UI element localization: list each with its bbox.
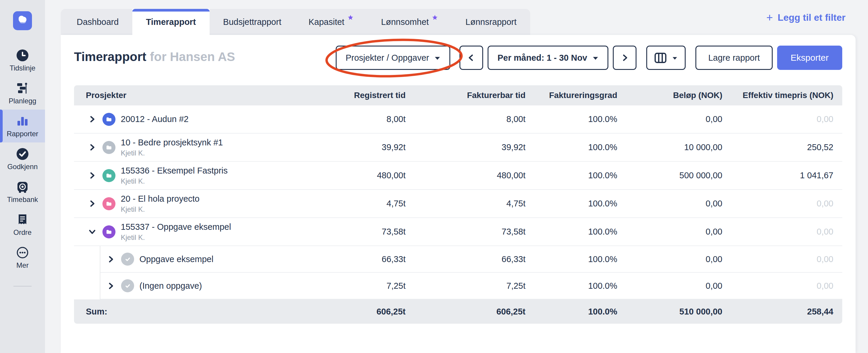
bar-chart-icon	[16, 115, 29, 128]
project-owner: Kjetil K.	[121, 205, 199, 213]
cell-faktureringsgrad: 100.0%	[525, 227, 617, 237]
project-folder-icon	[102, 141, 116, 154]
cell-bel-p-nok: 0,00	[617, 114, 722, 124]
tab-timerapport[interactable]: Timerapport	[132, 9, 210, 35]
column-header-registrert-tid: Registrert tid	[335, 91, 406, 100]
expand-chevron-icon[interactable]	[107, 255, 115, 263]
app-screen: TidslinjePlanleggRapporterGodkjennTimeba…	[0, 0, 868, 353]
tab-bar: DashboardTimerapportBudsjettrapportKapas…	[61, 9, 530, 35]
project-name: 10 - Bedre prosjektsynk #1	[121, 138, 223, 147]
table-body: 20012 - Audun #28,00t8,00t100.0%0,000,00…	[74, 106, 842, 299]
project-row[interactable]: 155336 - Eksempel FastprisKjetil K.480,0…	[74, 162, 842, 190]
add-filter-button[interactable]: + Legg til et filter	[766, 12, 845, 23]
tab-label: Dashboard	[77, 17, 119, 27]
project-name: 20012 - Audun #2	[121, 114, 189, 124]
task-row[interactable]: Oppgave eksempel66,33t66,33t100.0%0,000,…	[100, 246, 842, 273]
cell-bel-p-nok: 0,00	[617, 255, 722, 264]
sidebar-item-mer[interactable]: Mer	[0, 241, 45, 274]
expand-chevron-icon[interactable]	[88, 172, 96, 179]
expand-chevron-icon[interactable]	[88, 200, 96, 208]
chevron-right-icon	[621, 54, 628, 62]
sidebar-nav: TidslinjePlanleggRapporterGodkjennTimeba…	[0, 44, 45, 274]
project-row[interactable]: 155337 - Oppgave eksempelKjetil K.73,58t…	[74, 218, 842, 246]
project-row[interactable]: 20 - El hola proyectoKjetil K.4,75t4,75t…	[74, 190, 842, 218]
save-report-label: Lagre rapport	[708, 53, 760, 63]
tab-budsjettrapport[interactable]: Budsjettrapport	[210, 9, 295, 35]
name-cell: Oppgave eksempel	[100, 253, 335, 266]
star-icon	[432, 14, 438, 21]
column-header-bel-p-nok: Beløp (NOK)	[617, 91, 722, 100]
cell-bel-p-nok: 0,00	[617, 281, 722, 291]
app-logo-icon[interactable]	[13, 11, 32, 30]
name-cell: (Ingen oppgave)	[100, 279, 335, 292]
sidebar-item-godkjenn[interactable]: Godkjenn	[0, 142, 45, 175]
export-button[interactable]: Eksporter	[777, 46, 842, 70]
name-cell: 155336 - Eksempel FastprisKjetil K.	[74, 166, 335, 185]
cell-registrert-tid: 4,75t	[335, 199, 406, 208]
columns-icon	[654, 52, 667, 63]
page-title-suffix: for Hansen AS	[150, 50, 235, 64]
cell-fakturerbar-tid: 73,58t	[406, 227, 525, 237]
sidebar-item-label: Tidslinje	[9, 64, 35, 72]
project-row[interactable]: 10 - Bedre prosjektsynk #1Kjetil K.39,92…	[74, 134, 842, 162]
cell-fakturerbar-tid: 8,00t	[406, 114, 525, 124]
name-wrap: 20 - El hola proyectoKjetil K.	[121, 194, 199, 213]
main-area: DashboardTimerapportBudsjettrapportKapas…	[45, 0, 868, 353]
add-filter-label: Legg til et filter	[778, 12, 845, 23]
sidebar-item-planlegg[interactable]: Planlegg	[0, 77, 45, 110]
project-row[interactable]: 20012 - Audun #28,00t8,00t100.0%0,000,00	[74, 106, 842, 134]
project-folder-icon	[102, 225, 116, 238]
expand-chevron-icon[interactable]	[107, 282, 115, 290]
cell-fakturerbar-tid: 39,92t	[406, 142, 525, 152]
sidebar-item-rapporter[interactable]: Rapporter	[0, 110, 45, 142]
cell-registrert-tid: 480,00t	[335, 171, 406, 180]
tab-kapasitet[interactable]: Kapasitet	[295, 9, 367, 35]
cell-registrert-tid: 8,00t	[335, 114, 406, 124]
cell-bel-p-nok: 0,00	[617, 227, 722, 237]
tab-dashboard[interactable]: Dashboard	[61, 9, 132, 35]
sum-cell-registrert-tid: 606,25t	[335, 307, 406, 317]
cell-fakturerbar-tid: 66,33t	[406, 255, 525, 264]
sidebar-item-timebank[interactable]: Timebank	[0, 175, 45, 208]
column-header-fakturerbar-tid: Fakturerbar tid	[406, 91, 525, 100]
clock-icon	[16, 49, 29, 62]
name-wrap: Oppgave eksempel	[140, 255, 213, 264]
project-name: 155336 - Eksempel Fastpris	[121, 166, 228, 176]
name-wrap: 155336 - Eksempel FastprisKjetil K.	[121, 166, 228, 185]
task-row[interactable]: (Ingen oppgave)7,25t7,25t100.0%0,000,00	[100, 273, 842, 299]
columns-dropdown[interactable]	[646, 46, 686, 70]
next-period-button[interactable]	[613, 46, 637, 70]
group-by-dropdown[interactable]: Prosjekter / Oppgaver	[336, 46, 450, 70]
period-label: Per måned: 1 - 30 Nov	[497, 53, 587, 63]
top-strip: DashboardTimerapportBudsjettrapportKapas…	[61, 9, 856, 35]
receipt-icon	[16, 213, 29, 226]
cell-effektiv-timepris-nok: 0,00	[722, 255, 833, 264]
task-check-icon	[121, 253, 134, 266]
expand-chevron-icon[interactable]	[88, 144, 96, 151]
sidebar-item-label: Rapporter	[7, 130, 38, 138]
task-name: Oppgave eksempel	[140, 255, 213, 264]
sidebar-item-ordre[interactable]: Ordre	[0, 208, 45, 241]
sidebar-item-tidslinje[interactable]: Tidslinje	[0, 44, 45, 77]
project-owner: Kjetil K.	[121, 177, 228, 185]
period-dropdown[interactable]: Per måned: 1 - 30 Nov	[488, 46, 608, 70]
sum-cell-fakturerbar-tid: 606,25t	[406, 307, 525, 317]
sidebar-item-label: Godkjenn	[7, 163, 38, 171]
table-header-row: ProsjekterRegistrert tidFakturerbar tidF…	[74, 85, 842, 106]
tab-l-nnsomhet[interactable]: Lønnsomhet	[367, 9, 452, 35]
task-name: (Ingen oppgave)	[140, 281, 202, 291]
tab-l-nnsrapport[interactable]: Lønnsrapport	[452, 9, 530, 35]
prev-period-button[interactable]	[460, 46, 483, 70]
cell-faktureringsgrad: 100.0%	[525, 199, 617, 208]
save-report-button[interactable]: Lagre rapport	[695, 46, 772, 70]
sidebar-item-label: Planlegg	[8, 97, 36, 105]
column-header-faktureringsgrad: Faktureringsgrad	[525, 91, 617, 100]
cell-effektiv-timepris-nok: 0,00	[722, 281, 833, 291]
name-wrap: 10 - Bedre prosjektsynk #1Kjetil K.	[121, 138, 223, 157]
vault-icon	[16, 180, 29, 194]
cell-effektiv-timepris-nok: 0,00	[722, 199, 833, 208]
expand-chevron-icon[interactable]	[88, 116, 96, 123]
cell-faktureringsgrad: 100.0%	[525, 171, 617, 180]
project-owner: Kjetil K.	[121, 149, 223, 157]
collapse-chevron-icon[interactable]	[88, 228, 96, 236]
